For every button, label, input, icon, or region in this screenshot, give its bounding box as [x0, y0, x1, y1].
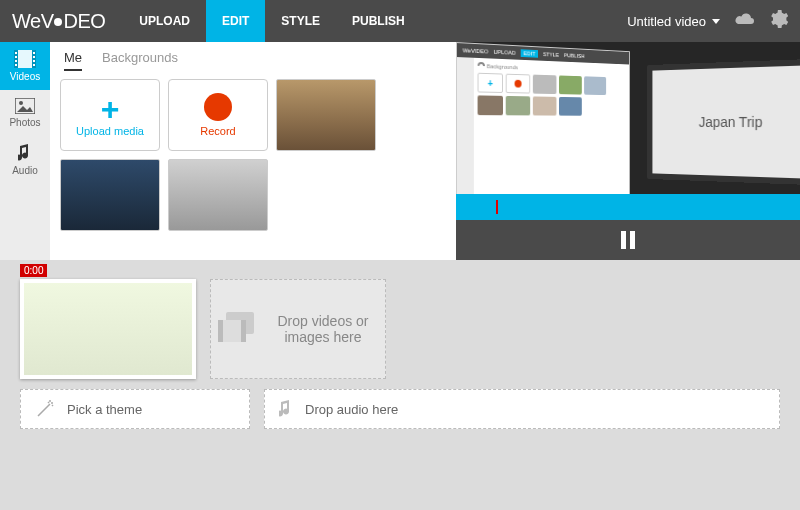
pause-button[interactable]	[621, 231, 635, 249]
svg-rect-15	[218, 320, 223, 342]
media-thumbnail[interactable]	[168, 159, 268, 231]
tab-style[interactable]: STYLE	[265, 0, 336, 42]
tab-upload[interactable]: UPLOAD	[123, 0, 206, 42]
logo: WeVDEO	[12, 10, 105, 33]
tab-edit[interactable]: EDIT	[206, 0, 265, 42]
media-panel: Me Backgrounds + Upload media Record	[50, 42, 456, 260]
player-controls	[456, 220, 800, 260]
timeline-clip[interactable]	[20, 279, 196, 379]
note-icon	[18, 144, 32, 162]
pick-theme-button[interactable]: Pick a theme	[20, 389, 250, 429]
sidebar-item-videos[interactable]: Videos	[0, 42, 50, 90]
drop-video-label: Drop videos or images here	[268, 313, 378, 345]
app-header: WeVDEO UPLOAD EDIT STYLE PUBLISH Untitle…	[0, 0, 800, 42]
note-icon	[279, 400, 293, 418]
svg-rect-3	[15, 52, 17, 54]
cloud-icon[interactable]	[734, 11, 756, 31]
drop-audio-slot[interactable]: Drop audio here	[264, 389, 780, 429]
photo-icon	[15, 98, 35, 114]
preview-screen: Japan Trip	[647, 59, 800, 186]
svg-rect-9	[33, 60, 35, 62]
sidebar-label: Audio	[12, 165, 38, 176]
svg-rect-4	[15, 56, 17, 58]
pause-icon	[621, 231, 626, 249]
record-button[interactable]: Record	[168, 79, 268, 151]
media-sidebar: Videos Photos Audio	[0, 42, 50, 260]
preview-panel: WeVIDEO UPLOAD EDIT STYLE PUBLISH Backgr…	[456, 42, 800, 260]
record-icon	[204, 93, 232, 121]
main-nav: UPLOAD EDIT STYLE PUBLISH	[123, 0, 420, 42]
sidebar-item-audio[interactable]: Audio	[0, 136, 50, 184]
svg-point-12	[19, 101, 23, 105]
time-marker: 0:00	[20, 264, 47, 277]
media-tab-me[interactable]: Me	[64, 50, 82, 71]
svg-rect-5	[15, 60, 17, 62]
media-grid: + Upload media Record	[60, 79, 446, 231]
gear-icon[interactable]	[770, 10, 788, 32]
media-tabs: Me Backgrounds	[60, 50, 446, 71]
preview-mock-app: WeVIDEO UPLOAD EDIT STYLE PUBLISH Backgr…	[456, 42, 630, 206]
svg-rect-8	[33, 56, 35, 58]
film-icon	[14, 50, 36, 68]
media-thumbnail[interactable]	[276, 79, 376, 151]
video-track[interactable]: Drop videos or images here	[20, 279, 780, 379]
main-area: Videos Photos Audio Me Backgrounds + Upl…	[0, 42, 800, 260]
drop-video-slot[interactable]: Drop videos or images here	[210, 279, 386, 379]
sidebar-label: Photos	[9, 117, 40, 128]
upload-label: Upload media	[76, 125, 144, 137]
film-stack-icon	[218, 312, 258, 346]
media-thumbnail[interactable]	[60, 159, 160, 231]
pause-icon	[630, 231, 635, 249]
preview-title: Japan Trip	[699, 114, 762, 130]
svg-rect-10	[33, 64, 35, 66]
plus-icon: +	[101, 93, 120, 125]
drop-audio-label: Drop audio here	[305, 402, 398, 417]
sidebar-item-photos[interactable]: Photos	[0, 90, 50, 136]
svg-rect-7	[33, 52, 35, 54]
record-label: Record	[200, 125, 235, 137]
project-name-dropdown[interactable]: Untitled video	[627, 14, 720, 29]
mock-logo: WeVIDEO	[463, 47, 489, 54]
wand-icon	[35, 399, 55, 419]
scrub-bar[interactable]	[456, 194, 800, 220]
svg-rect-16	[241, 320, 246, 342]
pick-theme-label: Pick a theme	[67, 402, 142, 417]
timeline: 0:00 Drop videos or images here Pick a t…	[0, 260, 800, 439]
svg-rect-6	[15, 64, 17, 66]
chevron-down-icon	[712, 19, 720, 24]
upload-media-button[interactable]: + Upload media	[60, 79, 160, 151]
tab-publish[interactable]: PUBLISH	[336, 0, 421, 42]
sidebar-label: Videos	[10, 71, 40, 82]
project-name-label: Untitled video	[627, 14, 706, 29]
media-tab-backgrounds[interactable]: Backgrounds	[102, 50, 178, 71]
